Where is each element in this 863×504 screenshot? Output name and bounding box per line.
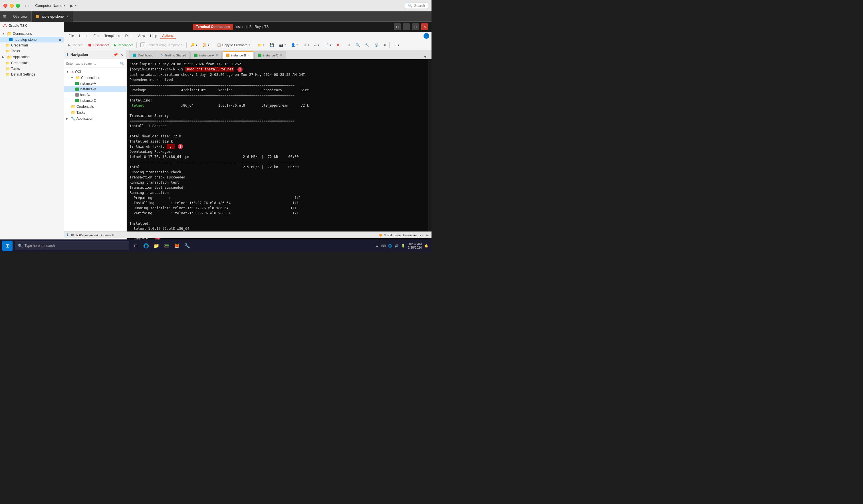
window-minimize-btn[interactable]: — xyxy=(403,23,410,30)
more-btn[interactable]: ⋯ ▾ xyxy=(391,41,401,49)
taskbar-edge[interactable]: 🌐 xyxy=(141,241,151,250)
tree-connections[interactable]: ▼ 📁 Connections xyxy=(64,75,126,81)
monitor-btn[interactable]: 🖥 xyxy=(345,41,353,49)
play-button[interactable]: ▶ xyxy=(70,3,73,8)
sidebar-item-application[interactable]: ▶ 📁 Application xyxy=(0,54,64,60)
credentials-btn[interactable]: 🔑 ▾ xyxy=(188,41,199,49)
computer-name-selector[interactable]: Computer Name ▾ xyxy=(35,3,65,8)
ribbon-home[interactable]: Home xyxy=(77,33,90,39)
tab-instance-c[interactable]: instance-C ✕ xyxy=(254,51,286,59)
close-button[interactable] xyxy=(3,4,8,8)
display-btn[interactable]: 🖥 ▾ xyxy=(301,41,311,49)
copy-clipboard-button[interactable]: 📋 Copy to Clipboard ▾ xyxy=(215,41,252,49)
nav-close-btn[interactable]: ✕ xyxy=(120,52,124,57)
tree-credentials[interactable]: 📁 Credentials xyxy=(64,103,126,109)
tree-application[interactable]: ▶ 🔧 Application xyxy=(64,115,126,121)
script-dropdown[interactable]: ▾ xyxy=(208,43,209,47)
template-dropdown[interactable]: ▾ xyxy=(181,43,183,47)
display-dropdown[interactable]: ▾ xyxy=(308,43,309,47)
antenna-btn[interactable]: 📡 xyxy=(372,41,381,49)
network-icon[interactable]: 🌐 xyxy=(387,243,393,249)
sidebar-item-hub-step-stone[interactable]: hub-step-stone ⏏ xyxy=(0,37,64,42)
start-button[interactable]: ⊞ xyxy=(2,241,13,251)
ribbon-templates[interactable]: Templates xyxy=(102,33,123,39)
minimize-button[interactable] xyxy=(10,4,14,8)
window-restore-btn[interactable]: ⊡ xyxy=(394,23,401,30)
terminal[interactable]: Last login: Tue May 28 08:35:56 2024 fro… xyxy=(127,59,432,251)
tree-hub-fw[interactable]: hub-fw xyxy=(64,92,126,98)
page-btn[interactable]: 📄 ▾ xyxy=(322,41,334,49)
connect-template-button[interactable]: ⊡ Connect using Template ▾ xyxy=(138,41,185,49)
taskbar-terminal[interactable]: 📟 xyxy=(162,241,171,250)
notification-icon[interactable]: 🔔 xyxy=(424,243,429,249)
tab-hub-close[interactable]: ✕ xyxy=(66,15,69,18)
nav-search[interactable]: 🔍 xyxy=(64,59,126,68)
ribbon-view[interactable]: View xyxy=(135,33,147,39)
taskbar-fox[interactable]: 🦊 xyxy=(172,241,182,250)
play-dropdown[interactable]: ▾ xyxy=(75,4,76,7)
tree-tasks[interactable]: 📁 Tasks xyxy=(64,109,126,115)
tab-hub-step-stone[interactable]: hub-step-stone ✕ xyxy=(32,11,73,22)
sidebar-item-app-tasks[interactable]: 📁 Tasks xyxy=(0,66,64,72)
forward-button[interactable]: › xyxy=(28,3,30,8)
search-term-btn[interactable]: 🔍 xyxy=(353,41,362,49)
taskbar-task-view[interactable]: ⊟ xyxy=(131,241,140,250)
camera-dropdown[interactable]: ▾ xyxy=(285,43,286,47)
ribbon-data[interactable]: Data xyxy=(123,33,135,39)
maximize-button[interactable] xyxy=(16,4,20,8)
sidebar-item-credentials[interactable]: 📁 Credentials xyxy=(0,42,64,48)
up-arrow-icon[interactable]: ∧ xyxy=(374,243,380,249)
clipboard-dropdown[interactable]: ▾ xyxy=(249,43,250,47)
tab-overflow-btn[interactable]: ▼ xyxy=(421,55,429,59)
window-close-btn[interactable]: ✕ xyxy=(421,23,428,30)
tree-instance-b[interactable]: instance-B xyxy=(64,86,126,92)
tree-instance-a[interactable]: instance-A xyxy=(64,81,126,86)
save-btn[interactable]: 💾 xyxy=(267,41,276,49)
ribbon-file[interactable]: File xyxy=(66,33,76,39)
font-dropdown[interactable]: ▾ xyxy=(318,43,319,47)
sidebar-item-tasks[interactable]: 📁 Tasks xyxy=(0,48,64,54)
oracle-tsx-header[interactable]: ⚠ Oracle TSX xyxy=(0,22,64,29)
battery-icon[interactable]: 🔋 xyxy=(400,243,406,249)
grid2-btn[interactable]: # xyxy=(382,41,388,49)
tab-overview[interactable]: Overview xyxy=(9,11,32,22)
nav-pin-btn[interactable]: 📌 xyxy=(113,52,118,57)
ribbon-edit[interactable]: Edit xyxy=(91,33,102,39)
page-dropdown[interactable]: ▾ xyxy=(330,43,332,47)
script-btn[interactable]: 📜 ▾ xyxy=(200,41,212,49)
tab-instance-a[interactable]: instance-A ✕ xyxy=(190,51,222,59)
stop-btn[interactable]: ⊗ xyxy=(334,41,342,49)
ribbon-help-btn[interactable]: ? xyxy=(424,33,429,39)
ribbon-actions[interactable]: Actions xyxy=(160,33,176,39)
keyboard-icon[interactable]: ⌨ xyxy=(381,243,386,249)
folder-dropdown[interactable]: ▾ xyxy=(263,43,264,47)
tools-btn[interactable]: 🔧 xyxy=(363,41,372,49)
sidebar-item-connections[interactable]: ▼ 📁 Connections xyxy=(0,30,64,37)
disconnect-button[interactable]: Disconnect xyxy=(86,41,111,49)
person-dropdown[interactable]: ▾ xyxy=(297,43,298,47)
tab-dashboard[interactable]: Dashboard xyxy=(129,51,157,59)
tab-getting-started[interactable]: ? Getting Started xyxy=(158,51,190,59)
instance-c-tab-close[interactable]: ✕ xyxy=(280,54,282,57)
instance-b-tab-close[interactable]: ✕ xyxy=(248,54,250,57)
window-maximize-btn[interactable]: □ xyxy=(412,23,419,30)
cred-dropdown[interactable]: ▾ xyxy=(196,43,197,47)
person-btn[interactable]: 👤 ▾ xyxy=(289,41,300,49)
taskbar-datetime[interactable]: 10:37 AM 5/28/2024 xyxy=(408,242,422,249)
terminal-scrollbar[interactable] xyxy=(428,59,432,251)
font-btn[interactable]: A ▾ xyxy=(312,41,322,49)
taskbar-explorer[interactable]: 📁 xyxy=(152,241,161,250)
taskbar-app-icon[interactable]: 🔧 xyxy=(183,241,192,250)
taskbar-search[interactable]: 🔍 Type here to search xyxy=(15,241,129,250)
volume-icon[interactable]: 🔊 xyxy=(394,243,400,249)
ribbon-help[interactable]: Help xyxy=(148,33,160,39)
tree-oci[interactable]: ▼ ⚠ OCI xyxy=(64,69,126,75)
camera-btn[interactable]: 📷 ▾ xyxy=(277,41,288,49)
reconnect-button[interactable]: ▶ Reconnect xyxy=(112,41,135,49)
sidebar-item-app-credentials[interactable]: 📁 Credentials xyxy=(0,60,64,66)
mac-search-box[interactable]: 🔍 Search xyxy=(405,2,428,9)
nav-search-input[interactable] xyxy=(66,62,118,65)
folder-btn[interactable]: 📁 ▾ xyxy=(255,41,267,49)
more-dropdown[interactable]: ▾ xyxy=(398,43,399,47)
sidebar-item-default-settings[interactable]: 📁 Default Settings xyxy=(0,72,64,77)
